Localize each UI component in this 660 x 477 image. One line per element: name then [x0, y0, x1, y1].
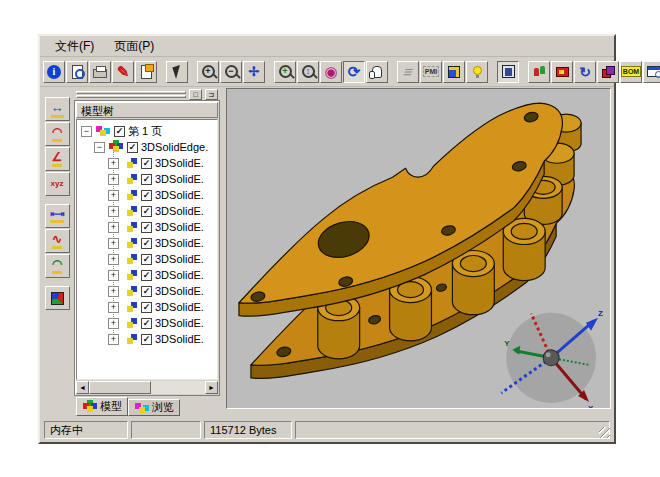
preview-button[interactable]: [66, 61, 88, 83]
tree-row-part[interactable]: + ✓ 3DSolidE.: [77, 219, 217, 235]
tree-row-part[interactable]: + ✓ 3DSolidE.: [77, 251, 217, 267]
part-node-label[interactable]: 3DSolidE.: [155, 173, 204, 185]
tree-row-part[interactable]: + ✓ 3DSolidE.: [77, 171, 217, 187]
menu-page[interactable]: 页面(P): [105, 36, 163, 57]
dim-horizontal-button[interactable]: ↔: [45, 97, 70, 121]
expand-icon[interactable]: +: [108, 302, 119, 313]
dim-distance-button[interactable]: ⇤⇥: [45, 204, 70, 228]
part-checkbox[interactable]: ✓: [141, 238, 152, 249]
part-node-label[interactable]: 3DSolidE.: [155, 157, 204, 169]
part-node-label[interactable]: 3DSolidE.: [155, 333, 204, 345]
scroll-right-button[interactable]: ►: [205, 381, 218, 394]
part-checkbox[interactable]: ✓: [141, 334, 152, 345]
menu-file[interactable]: 文件(F): [46, 36, 103, 57]
part-node-label[interactable]: 3DSolidE.: [155, 237, 204, 249]
coordinate-button[interactable]: xyz: [45, 172, 70, 196]
tree-row-part[interactable]: + ✓ 3DSolidE.: [77, 155, 217, 171]
scroll-track[interactable]: [151, 381, 205, 394]
dock-hide-button[interactable]: ⊐: [205, 89, 218, 100]
expand-icon[interactable]: +: [108, 190, 119, 201]
assembly-node-label[interactable]: 3DSolidEdge.: [141, 141, 208, 153]
expand-icon[interactable]: +: [108, 286, 119, 297]
model-canvas[interactable]: Z X Y: [227, 89, 610, 408]
expand-icon[interactable]: +: [108, 158, 119, 169]
tree-row-part[interactable]: + ✓ 3DSolidE.: [77, 315, 217, 331]
dim-angle-button[interactable]: ∠: [45, 147, 70, 171]
about-button[interactable]: i: [43, 61, 65, 83]
tree-row-page[interactable]: − ✓ 第 1 页: [77, 123, 217, 139]
dim-radius-button[interactable]: ◠: [45, 122, 70, 146]
tree-row-part[interactable]: + ✓ 3DSolidE.: [77, 299, 217, 315]
expand-icon[interactable]: +: [108, 206, 119, 217]
expand-icon[interactable]: +: [108, 254, 119, 265]
part-node-label[interactable]: 3DSolidE.: [155, 285, 204, 297]
orbit-button[interactable]: ◉: [320, 61, 342, 83]
expand-icon[interactable]: +: [108, 174, 119, 185]
print-button[interactable]: [89, 61, 111, 83]
dim-arc-button[interactable]: ◠: [45, 254, 70, 278]
assembly-checkbox[interactable]: ✓: [127, 142, 138, 153]
part-node-label[interactable]: 3DSolidE.: [155, 205, 204, 217]
zoom-out-button[interactable]: −: [220, 61, 242, 83]
part-node-label[interactable]: 3DSolidE.: [155, 317, 204, 329]
scroll-left-button[interactable]: ◄: [76, 381, 89, 394]
scroll-thumb[interactable]: [89, 381, 151, 394]
dim-curve-button[interactable]: ∿: [45, 229, 70, 253]
tree-hscrollbar[interactable]: ◄ ►: [76, 381, 218, 394]
export-button[interactable]: [135, 61, 157, 83]
model-tree[interactable]: − ✓ 第 1 页 − ✓ 3DSolidEdge. +: [76, 119, 218, 380]
dock-float-button[interactable]: □: [189, 89, 202, 100]
measure-3d-button[interactable]: [45, 286, 70, 310]
zoom-fit-button[interactable]: ✢: [243, 61, 265, 83]
part-checkbox[interactable]: ✓: [141, 318, 152, 329]
explode-button[interactable]: [597, 61, 619, 83]
part-checkbox[interactable]: ✓: [141, 286, 152, 297]
collapse-icon[interactable]: −: [94, 142, 105, 153]
part-node-label[interactable]: 3DSolidE.: [155, 253, 204, 265]
tab-model[interactable]: 模型: [76, 397, 128, 416]
snapshot-button[interactable]: [551, 61, 573, 83]
zoom-dynamic-button[interactable]: ↕: [297, 61, 319, 83]
collapse-icon[interactable]: −: [81, 126, 92, 137]
rotate-button[interactable]: ⟳: [343, 61, 365, 83]
views-button[interactable]: [443, 61, 465, 83]
part-checkbox[interactable]: ✓: [141, 222, 152, 233]
resize-grip[interactable]: [599, 427, 610, 438]
viewport-3d[interactable]: Z X Y: [226, 88, 611, 409]
part-checkbox[interactable]: ✓: [141, 270, 152, 281]
bom-button[interactable]: BOM: [620, 61, 642, 83]
select-button[interactable]: [166, 61, 188, 83]
tree-row-part[interactable]: + ✓ 3DSolidE.: [77, 187, 217, 203]
tree-row-part[interactable]: + ✓ 3DSolidE.: [77, 331, 217, 347]
expand-icon[interactable]: +: [108, 238, 119, 249]
view-manager-button[interactable]: [497, 61, 519, 83]
pmi-button[interactable]: PMI: [420, 61, 442, 83]
pan-button[interactable]: [366, 61, 388, 83]
page-node-label[interactable]: 第 1 页: [128, 124, 162, 139]
expand-icon[interactable]: +: [108, 270, 119, 281]
dock-gripper[interactable]: □ ⊐: [74, 88, 220, 100]
tab-browse[interactable]: 浏览: [128, 399, 180, 416]
part-node-label[interactable]: 3DSolidE.: [155, 269, 204, 281]
tree-row-assembly[interactable]: − ✓ 3DSolidEdge.: [77, 139, 217, 155]
update-button[interactable]: ↻: [574, 61, 596, 83]
expand-icon[interactable]: +: [108, 222, 119, 233]
part-checkbox[interactable]: ✓: [141, 302, 152, 313]
page-checkbox[interactable]: ✓: [114, 126, 125, 137]
tree-row-part[interactable]: + ✓ 3DSolidE.: [77, 235, 217, 251]
part-checkbox[interactable]: ✓: [141, 206, 152, 217]
light-button[interactable]: [466, 61, 488, 83]
layers-button[interactable]: ≡: [397, 61, 419, 83]
tree-row-part[interactable]: + ✓ 3DSolidE.: [77, 283, 217, 299]
part-checkbox[interactable]: ✓: [141, 190, 152, 201]
part-checkbox[interactable]: ✓: [141, 174, 152, 185]
tree-row-part[interactable]: + ✓ 3DSolidE.: [77, 203, 217, 219]
tree-row-part[interactable]: + ✓ 3DSolidE.: [77, 267, 217, 283]
redline-button[interactable]: ✎: [112, 61, 134, 83]
expand-icon[interactable]: +: [108, 318, 119, 329]
expand-icon[interactable]: +: [108, 334, 119, 345]
part-node-label[interactable]: 3DSolidE.: [155, 189, 204, 201]
part-checkbox[interactable]: ✓: [141, 158, 152, 169]
zoom-in-button[interactable]: +: [197, 61, 219, 83]
part-node-label[interactable]: 3DSolidE.: [155, 301, 204, 313]
